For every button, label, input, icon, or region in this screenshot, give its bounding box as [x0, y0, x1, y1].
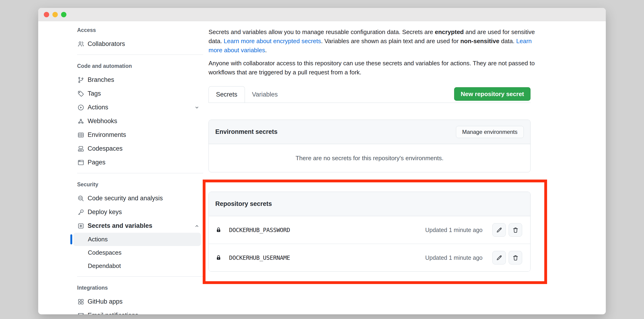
close-window-button[interactable] — [44, 12, 49, 17]
sidebar-item-label: Deploy keys — [88, 208, 122, 216]
environment-secrets-title: Environment secrets — [215, 128, 278, 136]
tag-icon — [77, 90, 84, 98]
code-scan-icon — [77, 195, 84, 202]
sidebar-item-code-security-and-analysis[interactable]: Code security and analysis — [77, 191, 201, 205]
intro-text: . — [265, 47, 267, 54]
webhook-icon — [77, 118, 84, 125]
secrets-icon — [77, 222, 84, 230]
sidebar-item-label: Branches — [88, 76, 114, 84]
server-icon — [77, 131, 84, 139]
sidebar-subitem-label: Codespaces — [88, 249, 122, 256]
trash-icon — [512, 254, 519, 261]
play-icon — [77, 104, 84, 111]
sidebar-item-github-apps[interactable]: GitHub apps — [77, 295, 201, 308]
secrets-main-content: Secrets and variables allow you to manag… — [208, 21, 530, 314]
sidebar-item-label: Codespaces — [88, 145, 122, 152]
sidebar-item-label: Secrets and variables — [88, 222, 152, 229]
new-repository-secret-button[interactable]: New repository secret — [454, 87, 530, 101]
environment-secrets-panel: Environment secrets Manage environments … — [208, 120, 530, 172]
sidebar-item-label: Tags — [88, 90, 101, 97]
sidebar-subitem-codespaces[interactable]: Codespaces — [74, 246, 201, 259]
secret-name: DOCKERHUB_PASSWORD — [229, 227, 290, 233]
sidebar-item-label: Environments — [88, 131, 126, 139]
environment-secrets-header: Environment secrets Manage environments — [209, 120, 530, 144]
edit-secret-button[interactable] — [492, 223, 506, 237]
lock-icon — [215, 254, 222, 261]
sidebar-item-label: Collaborators — [88, 40, 125, 48]
mail-icon — [77, 312, 84, 314]
browser-icon — [77, 159, 84, 166]
trash-icon — [512, 227, 519, 233]
sidebar-section-integrations: Integrations — [77, 283, 208, 292]
delete-secret-button[interactable] — [509, 223, 522, 237]
sidebar-item-tags[interactable]: Tags — [77, 87, 201, 101]
chevron-down-icon — [194, 105, 200, 111]
edit-secret-button[interactable] — [492, 251, 506, 264]
pencil-icon — [496, 254, 502, 261]
active-item-indicator — [70, 234, 72, 244]
sidebar-section-access: Access — [77, 26, 208, 35]
intro-text: Secrets and variables allow you to manag… — [208, 29, 435, 36]
intro-text: data. — [499, 38, 516, 45]
sidebar-item-label: Code security and analysis — [88, 195, 163, 202]
intro-text: . Variables are shown as plain text and … — [321, 38, 460, 45]
sidebar-subitem-actions[interactable]: Actions — [74, 233, 201, 246]
settings-page: AccessCollaboratorsCode and automationBr… — [38, 21, 606, 314]
sidebar-item-deploy-keys[interactable]: Deploy keys — [77, 205, 201, 219]
chevron-up-icon — [194, 223, 200, 229]
sidebar-section-security: Security — [77, 180, 208, 189]
environment-secrets-empty-message: There are no secrets for this repository… — [209, 144, 530, 172]
tab-variables[interactable]: Variables — [245, 86, 285, 103]
sidebar-item-secrets-and-variables[interactable]: Secrets and variables — [77, 219, 201, 233]
sidebar-divider — [77, 55, 203, 55]
intro-bold-text: non-sensitive — [460, 38, 500, 45]
sidebar-item-webhooks[interactable]: Webhooks — [77, 114, 201, 128]
zoom-window-button[interactable] — [61, 12, 66, 17]
sidebar-item-codespaces[interactable]: Codespaces — [77, 142, 201, 156]
repository-secrets-header: Repository secrets — [209, 192, 530, 216]
repository-secrets-list: DOCKERHUB_PASSWORDUpdated 1 minute agoDO… — [209, 216, 530, 271]
intro-paragraph: Secrets and variables allow you to manag… — [208, 28, 540, 55]
window-titlebar — [38, 8, 606, 21]
intro-bold-text: encrypted — [435, 29, 464, 36]
lock-icon — [215, 227, 222, 233]
sidebar-item-actions[interactable]: Actions — [77, 101, 201, 114]
manage-environments-button[interactable]: Manage environments — [456, 126, 524, 138]
sidebar-item-environments[interactable]: Environments — [77, 128, 201, 142]
sidebar-item-label: Webhooks — [88, 118, 117, 125]
apps-grid-icon — [77, 298, 84, 305]
secret-updated-text: Updated 1 minute ago — [425, 254, 482, 261]
sidebar-item-branches[interactable]: Branches — [77, 73, 201, 87]
codespaces-icon — [77, 145, 84, 153]
sidebar-item-pages[interactable]: Pages — [77, 156, 201, 169]
learn-more-link[interactable]: Learn more about encrypted secrets — [224, 38, 321, 45]
repository-secrets-title: Repository secrets — [215, 200, 272, 207]
repository-secrets-panel: Repository secrets DOCKERHUB_PASSWORDUpd… — [208, 192, 530, 272]
fork-note-paragraph: Anyone with collaborator access to this … — [208, 59, 540, 77]
sidebar-item-email-notifications[interactable]: Email notifications — [77, 308, 201, 314]
minimize-window-button[interactable] — [52, 12, 58, 17]
secret-updated-text: Updated 1 minute ago — [425, 227, 482, 233]
sidebar-subitem-label: Actions — [88, 236, 108, 243]
sidebar-subitem-label: Dependabot — [88, 262, 121, 269]
secret-row: DOCKERHUB_USERNAMEUpdated 1 minute ago — [209, 244, 530, 271]
secret-name: DOCKERHUB_USERNAME — [229, 254, 290, 261]
secret-row: DOCKERHUB_PASSWORDUpdated 1 minute ago — [209, 216, 530, 244]
settings-sidebar: AccessCollaboratorsCode and automationBr… — [38, 21, 208, 314]
sidebar-item-label: Email notifications — [88, 312, 138, 314]
sidebar-item-label: GitHub apps — [88, 298, 122, 305]
sidebar-item-label: Actions — [88, 104, 108, 111]
git-branch-icon — [77, 76, 84, 84]
pencil-icon — [496, 227, 502, 233]
sidebar-item-label: Pages — [88, 159, 106, 166]
tab-list: SecretsVariables — [208, 86, 285, 103]
browser-window: AccessCollaboratorsCode and automationBr… — [38, 8, 606, 314]
people-icon — [77, 40, 84, 48]
sidebar-item-collaborators[interactable]: Collaborators — [77, 37, 201, 51]
desktop-background: AccessCollaboratorsCode and automationBr… — [0, 0, 644, 319]
sidebar-section-code-and-automation: Code and automation — [77, 61, 208, 71]
delete-secret-button[interactable] — [509, 251, 522, 264]
tab-secrets[interactable]: Secrets — [208, 86, 245, 103]
secrets-variables-tabbar: SecretsVariables New repository secret — [208, 86, 530, 103]
sidebar-subitem-dependabot[interactable]: Dependabot — [74, 259, 201, 273]
